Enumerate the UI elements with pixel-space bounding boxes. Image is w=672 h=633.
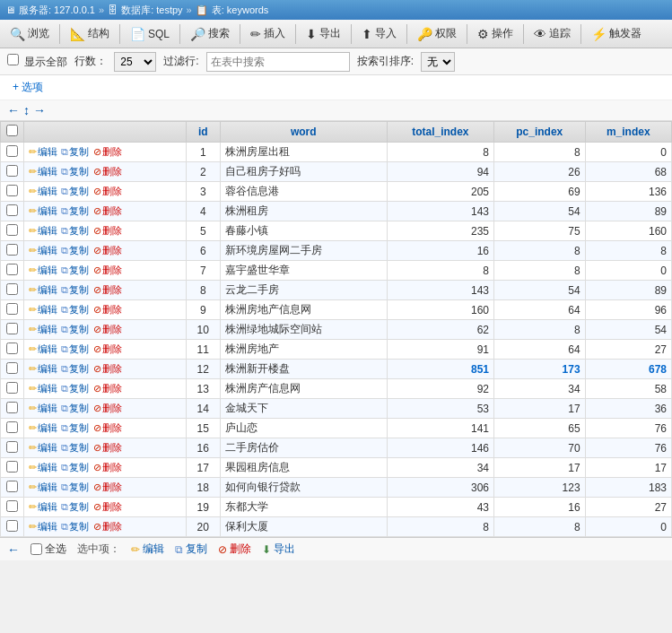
delete-row-button[interactable]: ⊘ 删除 [93, 264, 122, 277]
copy-row-button[interactable]: ⧉ 复制 [61, 264, 89, 277]
delete-row-button[interactable]: ⊘ 删除 [93, 441, 122, 455]
edit-row-button[interactable]: ✏ 编辑 [29, 461, 57, 474]
row-checkbox[interactable] [6, 343, 18, 354]
delete-row-button[interactable]: ⊘ 删除 [93, 185, 122, 198]
row-checkbox[interactable] [6, 264, 18, 275]
row-checkbox[interactable] [6, 204, 18, 216]
edit-row-button[interactable]: ✏ 编辑 [29, 283, 57, 297]
nav-right-arrow[interactable]: → [33, 103, 46, 117]
nav-sort-arrow[interactable]: ↕ [23, 103, 30, 117]
nav-bottom-left[interactable]: ← [7, 542, 20, 557]
edit-row-button[interactable]: ✏ 编辑 [29, 343, 57, 356]
import-button[interactable]: ⬆ 导入 [355, 22, 403, 45]
row-checkbox[interactable] [6, 362, 18, 374]
operations-button[interactable]: ⚙ 操作 [471, 22, 519, 45]
copy-row-button[interactable]: ⧉ 复制 [61, 185, 89, 198]
delete-row-button[interactable]: ⊘ 删除 [93, 244, 122, 257]
edit-row-button[interactable]: ✏ 编辑 [29, 165, 57, 178]
copy-row-button[interactable]: ⧉ 复制 [61, 244, 89, 257]
edit-row-button[interactable]: ✏ 编辑 [29, 303, 57, 316]
edit-row-button[interactable]: ✏ 编辑 [29, 362, 57, 376]
edit-row-button[interactable]: ✏ 编辑 [29, 481, 57, 494]
delete-row-button[interactable]: ⊘ 删除 [93, 481, 122, 494]
sort-select[interactable]: 无 [421, 52, 455, 72]
header-word[interactable]: word [220, 122, 387, 143]
header-m-index[interactable]: m_index [585, 122, 671, 143]
copy-row-button[interactable]: ⧉ 复制 [61, 382, 89, 395]
delete-row-button[interactable]: ⊘ 删除 [93, 323, 122, 336]
delete-row-button[interactable]: ⊘ 删除 [93, 362, 122, 376]
row-checkbox[interactable] [6, 421, 18, 433]
edit-row-button[interactable]: ✏ 编辑 [29, 441, 57, 455]
copy-row-button[interactable]: ⧉ 复制 [61, 204, 89, 218]
delete-row-button[interactable]: ⊘ 删除 [93, 224, 122, 238]
copy-row-button[interactable]: ⧉ 复制 [61, 303, 89, 316]
delete-row-button[interactable]: ⊘ 删除 [93, 382, 122, 395]
edit-row-button[interactable]: ✏ 编辑 [29, 323, 57, 336]
delete-row-button[interactable]: ⊘ 删除 [93, 303, 122, 316]
export-button[interactable]: ⬇ 导出 [300, 22, 347, 45]
row-checkbox[interactable] [6, 283, 18, 295]
header-total-index[interactable]: total_index [387, 122, 493, 143]
row-checkbox[interactable] [6, 520, 18, 532]
select-all-label[interactable]: 全选 [31, 542, 66, 557]
row-checkbox[interactable] [6, 165, 18, 177]
row-checkbox[interactable] [6, 303, 18, 315]
row-count-select[interactable]: 25 50 100 [114, 52, 156, 72]
row-checkbox[interactable] [6, 500, 18, 512]
edit-row-button[interactable]: ✏ 编辑 [29, 402, 57, 415]
delete-row-button[interactable]: ⊘ 删除 [93, 283, 122, 297]
edit-row-button[interactable]: ✏ 编辑 [29, 145, 57, 159]
track-button[interactable]: 👁 追踪 [528, 22, 577, 45]
bottom-delete-button[interactable]: ⊘ 删除 [218, 542, 251, 557]
delete-row-button[interactable]: ⊘ 删除 [93, 165, 122, 178]
edit-row-button[interactable]: ✏ 编辑 [29, 224, 57, 238]
add-option-link[interactable]: + 选项 [5, 77, 50, 98]
row-checkbox[interactable] [6, 481, 18, 492]
nav-left-arrow[interactable]: ← [7, 103, 20, 117]
header-id[interactable]: id [186, 122, 220, 143]
bottom-copy-button[interactable]: ⧉ 复制 [175, 542, 207, 557]
row-checkbox[interactable] [6, 461, 18, 473]
show-all-checkbox[interactable] [7, 54, 19, 65]
browse-button[interactable]: 🔍 浏览 [4, 22, 56, 45]
row-checkbox[interactable] [6, 145, 18, 157]
structure-button[interactable]: 📐 结构 [64, 22, 116, 45]
search-button[interactable]: 🔎 搜索 [184, 22, 236, 45]
edit-row-button[interactable]: ✏ 编辑 [29, 264, 57, 277]
delete-row-button[interactable]: ⊘ 删除 [93, 402, 122, 415]
copy-row-button[interactable]: ⧉ 复制 [61, 402, 89, 415]
permissions-button[interactable]: 🔑 权限 [411, 22, 463, 45]
copy-row-button[interactable]: ⧉ 复制 [61, 500, 89, 514]
row-checkbox[interactable] [6, 244, 18, 256]
select-all-bottom-checkbox[interactable] [31, 543, 42, 555]
copy-row-button[interactable]: ⧉ 复制 [61, 441, 89, 455]
bottom-edit-button[interactable]: ✏ 编辑 [131, 542, 164, 557]
row-checkbox[interactable] [6, 382, 18, 394]
delete-row-button[interactable]: ⊘ 删除 [93, 520, 122, 533]
copy-row-button[interactable]: ⧉ 复制 [61, 323, 89, 336]
copy-row-button[interactable]: ⧉ 复制 [61, 362, 89, 376]
copy-row-button[interactable]: ⧉ 复制 [61, 343, 89, 356]
row-checkbox[interactable] [6, 441, 18, 453]
insert-button[interactable]: ✏ 插入 [244, 22, 292, 45]
copy-row-button[interactable]: ⧉ 复制 [61, 461, 89, 474]
delete-row-button[interactable]: ⊘ 删除 [93, 421, 122, 435]
copy-row-button[interactable]: ⧉ 复制 [61, 283, 89, 297]
row-checkbox[interactable] [6, 224, 18, 236]
copy-row-button[interactable]: ⧉ 复制 [61, 421, 89, 435]
select-all-checkbox[interactable] [6, 125, 18, 136]
row-checkbox[interactable] [6, 402, 18, 413]
filter-input[interactable] [206, 52, 350, 72]
edit-row-button[interactable]: ✏ 编辑 [29, 204, 57, 218]
copy-row-button[interactable]: ⧉ 复制 [61, 224, 89, 238]
header-pc-index[interactable]: pc_index [493, 122, 585, 143]
copy-row-button[interactable]: ⧉ 复制 [61, 145, 89, 159]
edit-row-button[interactable]: ✏ 编辑 [29, 500, 57, 514]
bottom-export-button[interactable]: ⬇ 导出 [262, 542, 295, 557]
edit-row-button[interactable]: ✏ 编辑 [29, 520, 57, 533]
copy-row-button[interactable]: ⧉ 复制 [61, 520, 89, 533]
sql-button[interactable]: 📄 SQL [124, 23, 176, 45]
delete-row-button[interactable]: ⊘ 删除 [93, 500, 122, 514]
copy-row-button[interactable]: ⧉ 复制 [61, 481, 89, 494]
